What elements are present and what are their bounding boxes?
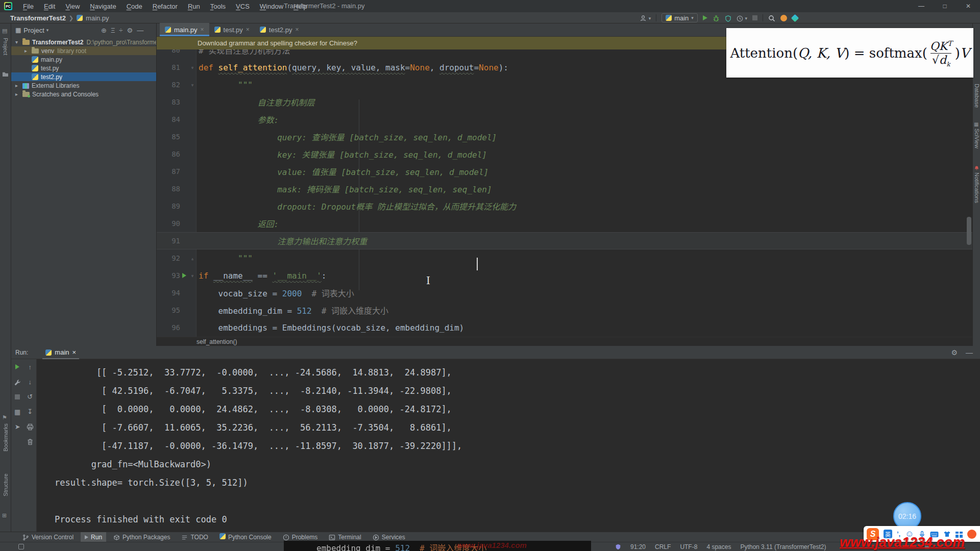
run-button[interactable] <box>703 15 707 20</box>
stop-button[interactable] <box>752 15 757 20</box>
close-icon[interactable]: × <box>295 26 299 33</box>
toolwindow-button-python-console[interactable]: Python Console <box>215 532 276 542</box>
sidebar-item-project[interactable]: Project <box>0 38 11 55</box>
menu-code[interactable]: Code <box>122 2 147 11</box>
chevron-icon[interactable]: ▾ <box>15 39 22 45</box>
close-button[interactable]: ✕ <box>957 0 980 12</box>
sidebar-item-notifications[interactable]: Notifications <box>973 172 980 203</box>
tree-item-main-py[interactable]: main.py <box>11 55 156 64</box>
notification-badge-icon[interactable] <box>780 15 787 21</box>
toolwindow-button-python-packages[interactable]: Python Packages <box>109 532 174 542</box>
expand-all-icon[interactable]: Ξ <box>111 27 115 34</box>
fold-icon[interactable]: ▿ <box>188 273 197 279</box>
pin-icon[interactable]: ➤ <box>15 423 20 431</box>
code-line-88[interactable]: 88 mask: 掩码张量 [batch_size, seq_len, seq_… <box>157 180 972 197</box>
menu-edit[interactable]: Edit <box>39 2 60 11</box>
code-line-86[interactable]: 86 key: 关键张量 [batch_size, seq_len, d_mod… <box>157 145 972 163</box>
sidebar-item-sciview[interactable]: SciView <box>973 129 980 148</box>
sidebar-item-structure[interactable]: Structure <box>0 473 11 496</box>
chevron-down-icon[interactable]: ▾ <box>46 28 49 33</box>
toolwindow-button-todo[interactable]: TODO <box>177 532 212 542</box>
code-line-90[interactable]: 90 返回: <box>157 215 972 232</box>
scroll-end-icon[interactable]: ↧ <box>27 408 33 415</box>
menu-run[interactable]: Run <box>183 2 205 11</box>
tab-test2-py[interactable]: test2.py× <box>255 23 304 36</box>
sidebar-item-bookmarks[interactable]: Bookmarks <box>0 423 11 452</box>
gear-icon[interactable]: ⚙ <box>951 348 958 357</box>
code-line-96[interactable]: 96 embeddings = Embeddings(vocab_size, e… <box>157 319 972 336</box>
status-item-utf-8[interactable]: UTF-8 <box>680 543 697 550</box>
status-item-4-spaces[interactable]: 4 spaces <box>706 543 731 550</box>
collapse-all-icon[interactable]: ÷ <box>119 27 122 34</box>
wrench-icon[interactable] <box>14 378 21 386</box>
tree-item-scratches-and-consoles[interactable]: ▸Scratches and Consoles <box>11 90 156 98</box>
trash-icon[interactable] <box>27 438 34 446</box>
print-icon[interactable] <box>27 422 34 431</box>
search-everywhere-icon[interactable] <box>768 14 775 22</box>
debug-button[interactable] <box>713 14 720 22</box>
fold-icon[interactable]: ▿ <box>188 82 197 88</box>
menu-window[interactable]: Window <box>255 2 288 11</box>
fold-icon[interactable]: ▵ <box>188 256 197 261</box>
status-left-icon[interactable] <box>18 544 24 549</box>
tree-item-external-libraries[interactable]: ▸External Libraries <box>11 81 156 90</box>
editor-scrollbar[interactable] <box>967 217 971 245</box>
menu-refactor[interactable]: Refactor <box>148 2 182 11</box>
code-line-83[interactable]: 83 自注意力机制层 <box>157 93 972 111</box>
hide-icon[interactable]: — <box>966 348 973 357</box>
code-line-85[interactable]: 85 query: 查询张量 [batch_size, seq_len, d_m… <box>157 128 972 145</box>
code-line-91[interactable]: 91 注意力输出和注意力权重 <box>157 232 972 249</box>
stop-icon[interactable] <box>15 393 20 401</box>
tree-item-test-py[interactable]: test.py <box>11 64 156 72</box>
tree-item-transformertest2[interactable]: ▾TransformerTest2D:\python_pro\Transform… <box>11 38 156 46</box>
maximize-button[interactable]: □ <box>933 0 957 12</box>
status-item-91-20[interactable]: 91:20 <box>630 543 646 550</box>
chevron-icon[interactable]: ▸ <box>15 91 22 97</box>
status-item-crlf[interactable]: CRLF <box>655 543 671 550</box>
settings-icon[interactable]: ⚙ <box>127 27 133 34</box>
project-panel-title[interactable]: Project <box>23 27 44 34</box>
toolwindow-button-version-control[interactable]: Version Control <box>18 532 78 542</box>
rerun-icon[interactable] <box>15 363 19 371</box>
menu-file[interactable]: File <box>18 2 38 11</box>
minimize-button[interactable]: — <box>910 0 933 12</box>
user-account-icon[interactable]: ▾ <box>640 14 651 22</box>
tab-test-py[interactable]: test.py× <box>209 23 255 36</box>
code-editor[interactable]: 80# 实现自注意力机制方法81▿def self_attention(quer… <box>157 49 972 360</box>
menu-navigate[interactable]: Navigate <box>85 2 120 11</box>
chevron-icon[interactable]: ▸ <box>24 48 32 54</box>
coverage-button[interactable] <box>725 14 731 21</box>
run-line-icon[interactable] <box>182 273 186 278</box>
close-icon[interactable]: × <box>72 348 77 356</box>
close-icon[interactable]: × <box>246 26 250 33</box>
chevron-icon[interactable]: ▸ <box>15 83 22 88</box>
code-line-84[interactable]: 84 参数: <box>157 111 972 128</box>
tree-item-test2-py[interactable]: test2.py <box>11 72 156 81</box>
menu-vcs[interactable]: VCS <box>231 2 254 11</box>
code-line-93[interactable]: 93▿if __name__ == '__main__': <box>157 267 972 284</box>
code-line-82[interactable]: 82▿ """ <box>157 76 972 93</box>
code-line-95[interactable]: 95 embedding_dim = 512 # 词嵌入维度大小 <box>157 302 972 319</box>
editor-breadcrumb[interactable]: self_attention() <box>157 337 972 346</box>
run-tab[interactable]: main × <box>42 346 79 359</box>
locate-icon[interactable]: ⊕ <box>101 27 107 34</box>
fold-icon[interactable]: ▿ <box>188 65 197 70</box>
breadcrumb-project[interactable]: TransformerTest2 <box>10 14 66 22</box>
tab-main-py[interactable]: main.py× <box>160 23 209 36</box>
code-line-92[interactable]: 92▵ """ <box>157 249 972 267</box>
profiler-button[interactable]: ▾ <box>737 14 747 21</box>
restart-icon[interactable]: ↺ <box>27 393 33 400</box>
tree-item-venv[interactable]: ▸venvlibrary root <box>11 46 156 55</box>
hide-icon[interactable]: — <box>137 27 143 34</box>
layout-icon[interactable]: ▦ <box>14 408 20 416</box>
down-icon[interactable]: ↓ <box>29 378 32 386</box>
code-line-87[interactable]: 87 value: 值张量 [batch_size, seq_len, d_mo… <box>157 163 972 180</box>
code-line-89[interactable]: 89 dropout: Dropout概率 防止模型过拟合，从而提升其泛化能力 <box>157 197 972 215</box>
ide-features-icon[interactable] <box>791 14 799 22</box>
toolwindow-button-run[interactable]: Run <box>81 532 106 542</box>
menu-view[interactable]: View <box>61 2 84 11</box>
code-line-94[interactable]: 94 vocab_size = 2000 # 词表大小 <box>157 284 972 302</box>
up-icon[interactable]: ↑ <box>29 363 32 371</box>
status-item-python-3-11-transformertest2-[interactable]: Python 3.11 (TransformerTest2) <box>740 543 826 550</box>
breadcrumb-file[interactable]: main.py <box>86 14 109 22</box>
